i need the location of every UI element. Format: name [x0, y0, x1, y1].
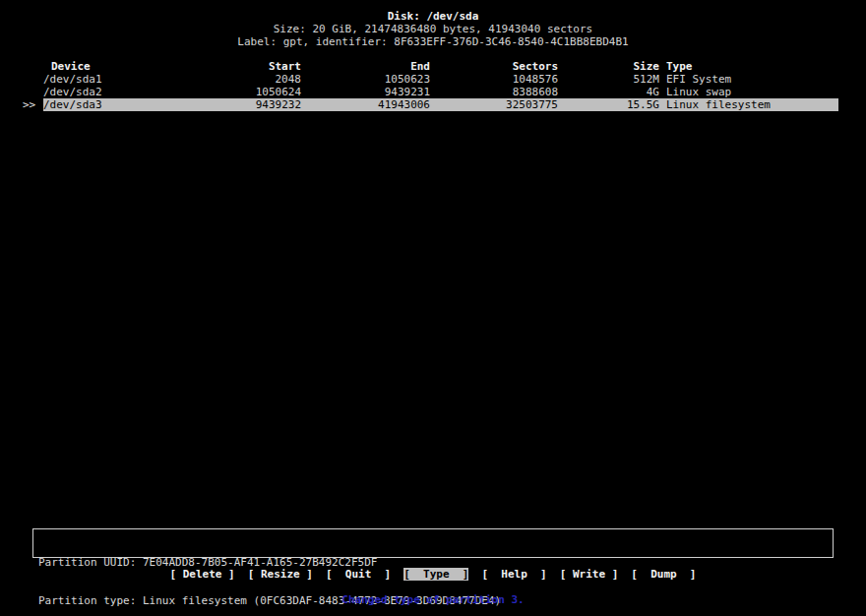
column-header-sectors: Sectors — [430, 60, 558, 73]
cell-size: 4G — [558, 86, 659, 98]
disk-title: Disk: /dev/sda — [0, 10, 866, 23]
cell-end: 1050623 — [301, 73, 430, 86]
column-header-device: Device — [43, 60, 171, 73]
table-row-sda3-selected[interactable]: >> /dev/sda3 9439232 41943006 32503775 1… — [22, 98, 838, 111]
cell-type: Linux filesystem — [659, 98, 838, 111]
cell-sectors: 1048576 — [430, 73, 558, 86]
help-button[interactable]: [ Help ] — [481, 568, 546, 581]
table-header-row: Device Start End Sectors Size Type — [22, 60, 838, 73]
type-button[interactable]: [ Type ] — [403, 568, 468, 581]
delete-button[interactable]: [ Delete ] — [169, 568, 234, 581]
cell-end: 9439231 — [301, 86, 430, 98]
column-header-type: Type — [659, 60, 838, 73]
cell-device: /dev/sda1 — [43, 73, 171, 86]
quit-button[interactable]: [ Quit ] — [326, 568, 391, 581]
cell-device: /dev/sda2 — [43, 86, 171, 98]
action-menu: [ Delete ] [ Resize ] [ Quit ] [ Type ] … — [0, 568, 866, 581]
table-row-sda1[interactable]: /dev/sda1 2048 1050623 1048576 512M EFI … — [22, 73, 838, 86]
cfdisk-terminal: Disk: /dev/sda Size: 20 GiB, 21474836480… — [0, 0, 866, 616]
write-button[interactable]: [ Write ] — [560, 568, 619, 581]
table-row-sda2[interactable]: /dev/sda2 1050624 9439231 8388608 4G Lin… — [22, 86, 838, 98]
cell-device: /dev/sda3 — [43, 98, 171, 111]
cell-sectors: 8388608 — [430, 86, 558, 98]
cell-type: Linux swap — [659, 86, 838, 98]
cell-type: EFI System — [659, 73, 838, 86]
partition-info-box: Partition UUID: 7E04ADD8-7B05-AF41-A165-… — [32, 528, 834, 558]
row-selection-marker: >> — [22, 98, 43, 111]
column-header-start: Start — [171, 60, 301, 73]
column-header-size: Size — [558, 60, 659, 73]
disk-size-line: Size: 20 GiB, 21474836480 bytes, 4194304… — [0, 23, 866, 35]
cell-size: 15.5G — [558, 98, 659, 111]
status-message: Changed type of partition 3. — [0, 593, 866, 606]
cell-sectors: 32503775 — [430, 98, 558, 111]
dump-button[interactable]: [ Dump ] — [631, 568, 696, 581]
cell-start: 2048 — [171, 73, 301, 86]
cell-size: 512M — [558, 73, 659, 86]
cell-start: 9439232 — [171, 98, 301, 111]
disk-label-line: Label: gpt, identifier: 8F633EFF-376D-3C… — [0, 35, 866, 48]
resize-button[interactable]: [ Resize ] — [248, 568, 313, 581]
cell-end: 41943006 — [301, 98, 430, 111]
column-header-end: End — [301, 60, 430, 73]
cell-start: 1050624 — [171, 86, 301, 98]
